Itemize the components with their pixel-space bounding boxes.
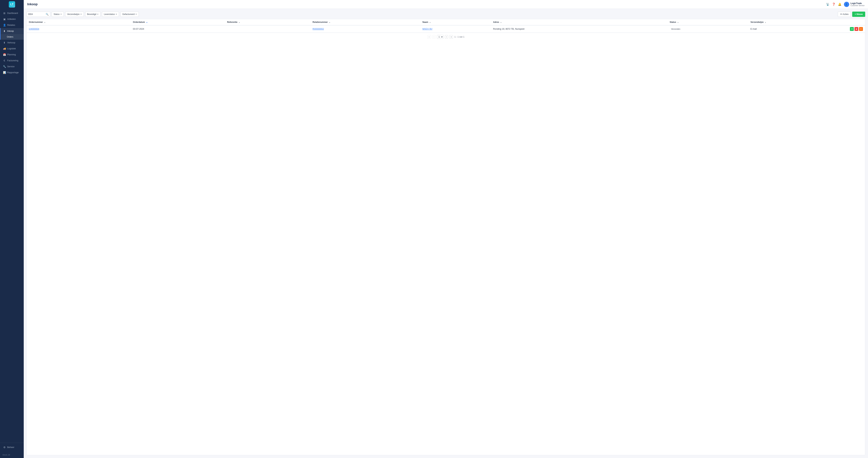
ordernummer-link[interactable]: I24000004	[29, 28, 39, 30]
sort-icon: ▲	[765, 22, 766, 23]
chevron-down-icon: ▼	[80, 13, 82, 15]
col-status[interactable]: Status ▲	[668, 19, 748, 25]
search-input[interactable]	[27, 13, 44, 15]
chevron-down-icon: ▼	[60, 13, 62, 15]
sidebar: LT ⊞ Dashboard ▣ Artikelen 👤 Relaties ⬇ …	[0, 0, 24, 458]
page-select[interactable]: 1	[437, 35, 443, 39]
acties-button[interactable]: ••• Acties	[838, 11, 851, 17]
notifications-icon[interactable]: 🔔	[838, 3, 841, 6]
page-info: 1 - 1 van 1	[454, 36, 464, 38]
sort-icon: ▲	[500, 22, 502, 23]
chevron-down-icon: ▼	[135, 13, 137, 15]
search-box: 🔍	[27, 11, 50, 17]
sidebar-footer: Week 28	[0, 452, 24, 458]
sort-icon: ▲	[239, 22, 240, 23]
sort-icon: ▲	[429, 22, 431, 23]
next-page-button[interactable]: ›	[445, 35, 448, 39]
naam-link[interactable]: MSGV BV	[423, 28, 432, 30]
cell-status: Verzonden	[668, 25, 748, 33]
sort-icon: ▲	[146, 22, 148, 23]
col-naam[interactable]: Naam ▲	[420, 19, 491, 25]
status-badge: Verzonden	[670, 28, 682, 30]
sidebar-bottom: ⚙ Beheer	[0, 443, 24, 452]
col-ordernummer[interactable]: Ordernummer ▲	[27, 19, 131, 25]
sidebar-item-rapportage[interactable]: 📊 Rapportage	[0, 70, 24, 75]
relatienummer-link[interactable]: R00000002	[313, 28, 324, 30]
cell-naam: MSGV BV	[420, 25, 491, 33]
orders-table-container: Ordernummer ▲ Orderdatum ▲ Referentie ▲	[27, 19, 865, 455]
cell-orderdatum: 03-07-2024	[131, 25, 225, 33]
bevestigd-filter[interactable]: Bevestigd ▼	[85, 11, 101, 17]
chevron-down-icon: ▼	[116, 13, 117, 15]
sidebar-item-planning[interactable]: 📅 Planning	[0, 52, 24, 58]
search-icon: 🔍	[46, 13, 49, 15]
artikelen-icon: ▣	[3, 18, 6, 21]
content-area: 🔍 Status ▼ Verzendwijze ▼ Bevestigd ▼ Le…	[24, 9, 868, 458]
page-title: Inkoop	[27, 2, 38, 6]
cell-referentie	[225, 25, 310, 33]
help-icon[interactable]: ❓	[832, 3, 836, 6]
sidebar-item-inkoop[interactable]: ⬇ Inkoop	[0, 28, 24, 34]
pagination: « ‹ 1 › » 1 - 1 van 1	[27, 33, 865, 41]
header-actions: 📡 ❓ 🔔 👤 LogicTrade Customer Service	[826, 2, 865, 7]
action-green-button[interactable]: ✉	[850, 27, 854, 31]
col-relatienummer[interactable]: Relatienummer ▲	[310, 19, 420, 25]
week-label: Week 28	[2, 454, 10, 456]
chevron-down-icon: ▼	[97, 13, 99, 15]
service-icon: 🔧	[3, 65, 6, 68]
leverstatus-filter[interactable]: Leverstatus ▼	[102, 11, 119, 17]
facturering-icon: €	[3, 59, 6, 62]
table-row: I24000004 03-07-2024 R00000002 MSGV BV R…	[27, 25, 865, 33]
inkoop-icon: ⬇	[3, 30, 6, 32]
sidebar-item-relaties[interactable]: 👤 Relaties	[0, 22, 24, 28]
cell-ordernummer: I24000004	[27, 25, 131, 33]
col-adres[interactable]: Adres ▲	[491, 19, 668, 25]
last-page-button[interactable]: »	[450, 35, 453, 39]
verkoop-icon: ⬆	[3, 41, 6, 44]
sidebar-item-logistiek[interactable]: 🚚 Logistiek	[0, 46, 24, 52]
sidebar-logo: LT	[0, 0, 24, 9]
relaties-icon: 👤	[3, 24, 6, 27]
col-orderdatum[interactable]: Orderdatum ▲	[131, 19, 225, 25]
sidebar-item-orders[interactable]: Orders	[0, 34, 24, 40]
cell-verzendwijze: E-mail	[748, 25, 848, 33]
search-button[interactable]: 🔍	[44, 12, 50, 17]
sidebar-item-beheer[interactable]: ⚙ Beheer	[0, 444, 24, 450]
col-actions-header	[848, 19, 865, 25]
main-area: Inkoop 📡 ❓ 🔔 👤 LogicTrade Customer Servi…	[24, 0, 868, 458]
sidebar-item-verkoop[interactable]: ⬆ Verkoop	[0, 40, 24, 46]
sidebar-item-dashboard[interactable]: ⊞ Dashboard	[0, 10, 24, 16]
planning-icon: 📅	[3, 53, 6, 56]
row-action-icons: ✉ ■ €	[850, 27, 863, 31]
sidebar-nav: ⊞ Dashboard ▣ Artikelen 👤 Relaties ⬇ Ink…	[0, 9, 24, 443]
logistiek-icon: 🚚	[3, 47, 6, 50]
user-avatar: 👤	[844, 2, 849, 7]
sidebar-item-artikelen[interactable]: ▣ Artikelen	[0, 16, 24, 22]
sort-icon: ▲	[44, 22, 45, 23]
header: Inkoop 📡 ❓ 🔔 👤 LogicTrade Customer Servi…	[24, 0, 868, 9]
new-button[interactable]: + Nieuw	[852, 11, 865, 17]
status-filter[interactable]: Status ▼	[52, 11, 64, 17]
first-page-button[interactable]: «	[427, 35, 431, 39]
cell-adres: Ronding 19, 8072 TB, Nunspeet	[491, 25, 668, 33]
cell-relatienummer: R00000002	[310, 25, 420, 33]
table-body: I24000004 03-07-2024 R00000002 MSGV BV R…	[27, 25, 865, 33]
sort-icon: ▲	[329, 22, 331, 23]
user-menu[interactable]: 👤 LogicTrade Customer Service	[844, 2, 865, 7]
action-red-button[interactable]: ■	[855, 27, 858, 31]
prev-page-button[interactable]: ‹	[432, 35, 436, 39]
sidebar-item-facturering[interactable]: € Facturering	[0, 58, 24, 64]
verzendwijze-filter[interactable]: Verzendwijze ▼	[65, 11, 84, 17]
table-header-row: Ordernummer ▲ Orderdatum ▲ Referentie ▲	[27, 19, 865, 25]
col-referentie[interactable]: Referentie ▲	[225, 19, 310, 25]
action-orange-button[interactable]: €	[859, 27, 863, 31]
toolbar: 🔍 Status ▼ Verzendwijze ▼ Bevestigd ▼ Le…	[27, 11, 865, 17]
broadcast-icon[interactable]: 📡	[826, 3, 830, 6]
col-verzendwijze[interactable]: Verzendwijze ▲	[748, 19, 848, 25]
sort-icon: ▲	[677, 22, 679, 23]
gefactureerd-filter[interactable]: Gefactureerd ▼	[120, 11, 139, 17]
user-name: LogicTrade	[850, 2, 865, 5]
dashboard-icon: ⊞	[3, 12, 6, 14]
user-details: LogicTrade Customer Service	[850, 2, 865, 6]
sidebar-item-service[interactable]: 🔧 Service	[0, 64, 24, 70]
